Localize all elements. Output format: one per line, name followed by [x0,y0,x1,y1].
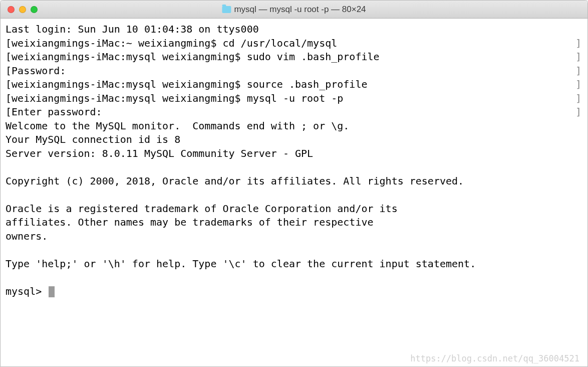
minimize-button[interactable] [19,6,26,13]
terminal-line: weixiangmings-iMac:mysql weixiangming$ s… [6,78,582,92]
terminal-prompt-line[interactable]: mysql> [6,285,582,299]
terminal-line: Type 'help;' or '\h' for help. Type '\c'… [6,257,582,271]
terminal-line: Server version: 8.0.11 MySQL Community S… [6,147,582,161]
terminal-line: weixiangmings-iMac:~ weixiangming$ cd /u… [6,37,582,51]
titlebar[interactable]: mysql — mysql -u root -p — 80×24 [1,1,587,19]
terminal-window: mysql — mysql -u root -p — 80×24 Last lo… [0,0,588,367]
traffic-lights [1,6,38,13]
window-title: mysql — mysql -u root -p — 80×24 [222,5,366,15]
terminal-line [6,160,582,174]
terminal-line: Copyright (c) 2000, 2018, Oracle and/or … [6,174,582,189]
folder-icon [222,6,231,13]
title-text: mysql — mysql -u root -p — 80×24 [234,5,366,15]
terminal-line: owners. [6,230,582,244]
terminal-line: Password: [6,64,582,78]
watermark-text: https://blog.csdn.net/qq_36004521 [410,353,579,363]
terminal-line: weixiangmings-iMac:mysql weixiangming$ m… [6,92,582,106]
terminal-line: Enter password: [6,105,582,119]
terminal-line: affiliates. Other names may be trademark… [6,216,582,230]
mysql-prompt: mysql> [6,285,48,297]
cursor [49,286,55,297]
terminal-line: weixiangmings-iMac:mysql weixiangming$ s… [6,50,582,64]
close-button[interactable] [8,6,15,13]
terminal-line: Oracle is a registered trademark of Orac… [6,202,582,216]
terminal-line: Welcome to the MySQL monitor. Commands e… [6,119,582,133]
terminal-line: Last login: Sun Jun 10 01:04:38 on ttys0… [6,23,582,37]
zoom-button[interactable] [31,6,38,13]
terminal-line [6,188,582,202]
terminal-line [6,271,582,285]
terminal-line: Your MySQL connection id is 8 [6,133,582,147]
terminal-body[interactable]: Last login: Sun Jun 10 01:04:38 on ttys0… [1,19,587,366]
terminal-line [6,243,582,257]
